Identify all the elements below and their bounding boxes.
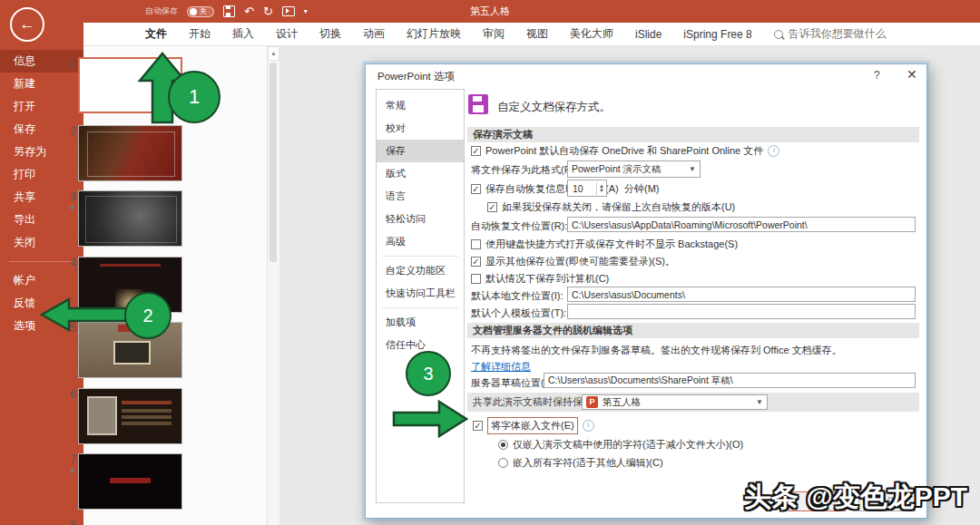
chevron-down-icon: ▼ [689, 165, 696, 173]
slide-thumbnail-6[interactable] [78, 388, 182, 444]
dialog-help-button[interactable]: ? [874, 69, 880, 82]
save-to-computer-label: 默认情况下保存到计算机(C) [485, 272, 609, 286]
nav-general[interactable]: 常规 [377, 94, 464, 117]
nav-quick-access[interactable]: 快速访问工具栏 [377, 282, 464, 305]
thumbnail-scrollbar[interactable]: ▲ [267, 46, 279, 525]
keep-last-autosave-checkbox[interactable] [487, 202, 497, 212]
template-location-field[interactable] [567, 304, 916, 319]
customize-qat-icon[interactable]: ▾ [304, 8, 308, 15]
fidelity-dropdown[interactable]: P 第五人格 ▼ [582, 394, 768, 410]
powerpoint-options-dialog: PowerPoint 选项 ? ✕ 常规 校对 保存 版式 语言 轻松访问 高级… [365, 63, 927, 519]
embed-fonts-label: 将字体嵌入文件(E) [487, 417, 578, 434]
slide-number: 3 [60, 190, 76, 203]
info-icon: i [768, 145, 779, 157]
autorecover-location-label: 自动恢复文件位置(R): [471, 219, 567, 233]
section-offline-editing: 文档管理服务器文件的脱机编辑选项 [467, 323, 919, 338]
tab-slideshow[interactable]: 幻灯片放映 [407, 26, 461, 42]
no-backstage-label: 使用键盘快捷方式打开或保存文件时不显示 Backstage(S) [485, 238, 738, 251]
autorecover-value: 10 [573, 183, 583, 194]
nav-advanced[interactable]: 高级 [377, 230, 464, 253]
slide-thumbnail-7[interactable] [78, 453, 182, 510]
tab-ispring[interactable]: iSpring Free 8 [683, 28, 751, 41]
spinner-icons[interactable]: ▲▼ [596, 182, 606, 195]
chevron-down-icon: ▼ [756, 398, 763, 406]
redo-icon[interactable]: ↻ [263, 5, 273, 17]
autosave-onedrive-label: PowerPoint 默认自动保存 OneDrive 和 SharePoint … [485, 144, 763, 158]
scroll-up-icon[interactable]: ▲ [268, 46, 279, 61]
page-header: 自定义文档保存方式。 [497, 100, 611, 115]
show-save-places-label: 显示其他保存位置(即使可能需要登录)(S)。 [485, 255, 675, 268]
quick-access-toolbar: 自动保存 关 ↶ ↻ ▾ [145, 0, 308, 23]
back-button[interactable]: ← [10, 7, 44, 42]
dialog-close-icon[interactable]: ✕ [906, 67, 917, 82]
nav-accessibility[interactable]: 轻松访问 [377, 208, 464, 230]
tab-meihua-dashi[interactable]: 美化大师 [570, 26, 613, 42]
autosave-onedrive-checkbox[interactable] [471, 146, 481, 156]
nav-divider [382, 256, 458, 257]
search-icon [774, 30, 783, 39]
tab-home[interactable]: 开始 [189, 26, 211, 42]
autorecover-checkbox[interactable] [471, 184, 481, 194]
start-slideshow-icon[interactable] [282, 6, 295, 16]
autosave-toggle[interactable]: 关 [187, 6, 214, 17]
slide-thumbnail-2[interactable] [78, 125, 182, 181]
ribbon-tab-bar: 文件 开始 插入 设计 切换 动画 幻灯片放映 审阅 视图 美化大师 iSlid… [83, 23, 980, 46]
save-icon[interactable] [223, 5, 235, 17]
fidelity-value: 第五人格 [603, 396, 641, 409]
sidebar-item-close[interactable]: 关闭 [0, 231, 83, 254]
tab-review[interactable]: 审阅 [483, 26, 505, 42]
show-save-places-checkbox[interactable] [471, 257, 481, 267]
slide-thumbnail-3[interactable] [78, 190, 182, 247]
step2-badge: 2 [124, 292, 172, 339]
sidebar-item-saveas[interactable]: 另存为 [0, 141, 83, 163]
template-location-label: 默认个人模板位置(T): [471, 306, 566, 320]
format-label: 将文件保存为此格式(F): [471, 163, 576, 177]
tab-transitions[interactable]: 切换 [319, 26, 341, 42]
slide-number: 2 [60, 125, 76, 138]
learn-more-link[interactable]: 了解详细信息 [471, 360, 531, 374]
scrollbar-thumb[interactable] [270, 63, 277, 262]
step1-badge: 1 [168, 71, 220, 123]
nav-save[interactable]: 保存 [377, 140, 464, 162]
save-to-computer-checkbox[interactable] [471, 274, 481, 284]
slide-number: 6 [60, 388, 76, 401]
tab-file[interactable]: 文件 [145, 26, 167, 42]
sidebar-item-account[interactable]: 帐户 [0, 269, 83, 292]
sidebar-item-new[interactable]: 新建 [0, 73, 83, 95]
embed-used-chars-label: 仅嵌入演示文稿中使用的字符(适于减小文件大小)(O) [513, 438, 743, 452]
server-drafts-field[interactable] [544, 373, 916, 388]
nav-language[interactable]: 语言 [377, 185, 464, 208]
undo-icon[interactable]: ↶ [244, 5, 254, 17]
autorecover-minutes-stepper[interactable]: 10 ▲▼ [567, 180, 607, 197]
nav-addins[interactable]: 加载项 [377, 311, 464, 334]
tab-islide[interactable]: iSlide [635, 28, 662, 41]
slide-animation-star: ★ [60, 203, 76, 212]
save-options-icon [468, 94, 488, 114]
tab-insert[interactable]: 插入 [232, 26, 254, 42]
nav-customize-ribbon[interactable]: 自定义功能区 [377, 259, 464, 282]
format-dropdown[interactable]: PowerPoint 演示文稿 ▼ [567, 160, 701, 178]
tab-view[interactable]: 视图 [526, 26, 548, 42]
embed-fonts-checkbox[interactable] [473, 421, 483, 431]
tell-me-search[interactable]: 告诉我你想要做什么 [774, 26, 887, 42]
no-backstage-checkbox[interactable] [471, 239, 481, 249]
info-icon: i [583, 420, 594, 432]
sidebar-item-print[interactable]: 打印 [0, 163, 83, 186]
local-location-field[interactable] [567, 287, 916, 302]
nav-proofing[interactable]: 校对 [377, 117, 464, 140]
tab-animations[interactable]: 动画 [363, 26, 385, 42]
autorecover-location-field[interactable] [567, 217, 916, 232]
step2-number: 2 [142, 306, 152, 326]
embed-all-chars-label: 嵌入所有字符(适于其他人编辑)(C) [513, 456, 663, 470]
powerpoint-window: 第五人格 自动保存 关 ↶ ↻ ▾ 文件 开始 插入 设计 切换 动画 幻灯片放… [0, 0, 980, 525]
slide-number: 8 [60, 519, 76, 525]
sidebar-item-open[interactable]: 打开 [0, 95, 83, 118]
slide-number: 1 [60, 57, 76, 70]
tab-design[interactable]: 设计 [276, 26, 298, 42]
autosave-label: 自动保存 [145, 5, 178, 17]
dialog-nav: 常规 校对 保存 版式 语言 轻松访问 高级 自定义功能区 快速访问工具栏 加载… [376, 89, 465, 503]
slide-number: 4 [60, 257, 76, 269]
embed-all-chars-radio[interactable] [498, 458, 508, 468]
nav-layout[interactable]: 版式 [377, 162, 464, 185]
embed-used-chars-radio[interactable] [498, 440, 508, 450]
